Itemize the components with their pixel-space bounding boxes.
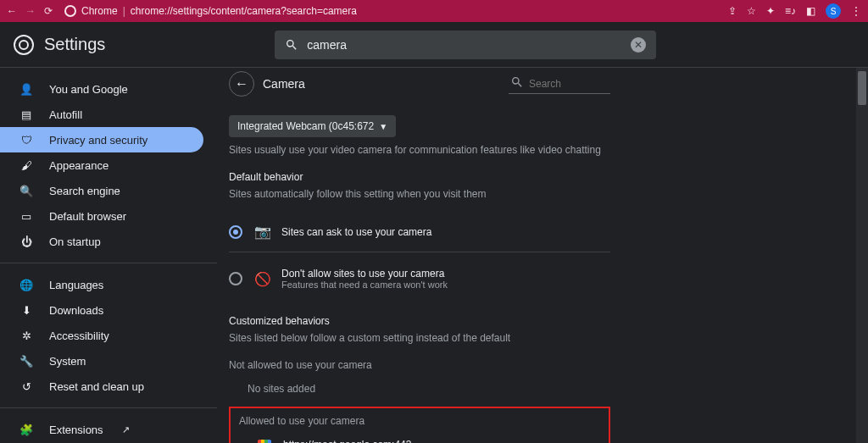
external-link-icon: ↗ bbox=[122, 424, 130, 435]
page-search-input[interactable] bbox=[529, 78, 597, 90]
separator: | bbox=[123, 5, 125, 17]
sidebar-divider bbox=[0, 407, 217, 408]
sidebar-item-system[interactable]: 🔧System bbox=[0, 348, 203, 374]
sidebar-item-default-browser[interactable]: ▭Default browser bbox=[0, 203, 203, 229]
page-title: Camera bbox=[263, 77, 305, 91]
back-icon[interactable]: ← bbox=[7, 5, 17, 17]
camera-icon: 📷 bbox=[254, 224, 270, 240]
browser-titlebar: ← → ⟳ Chrome | chrome://settings/content… bbox=[0, 0, 868, 22]
scrollbar-thumb[interactable] bbox=[858, 71, 866, 105]
default-behavior-help: Sites automatically follow this setting … bbox=[229, 188, 610, 200]
browser-name: Chrome bbox=[81, 5, 118, 17]
browser-icon: ▭ bbox=[19, 210, 34, 223]
accessibility-icon: ✲ bbox=[19, 329, 34, 342]
radio-button[interactable] bbox=[229, 272, 242, 285]
person-icon: 👤 bbox=[19, 83, 34, 96]
sidebar-item-you-and-google[interactable]: 👤You and Google bbox=[0, 76, 203, 102]
sidebar-item-languages[interactable]: 🌐Languages bbox=[0, 272, 203, 297]
divider bbox=[229, 252, 610, 252]
camera-off-icon: 🚫 bbox=[254, 271, 270, 287]
settings-sidebar: 👤You and Google ▤Autofill 🛡Privacy and s… bbox=[0, 68, 217, 443]
sidebar-item-accessibility[interactable]: ✲Accessibility bbox=[0, 323, 203, 348]
allowed-highlight-box: Allowed to use your camera https://meet.… bbox=[229, 407, 610, 443]
chrome-logo-icon bbox=[64, 5, 76, 17]
sidebar-item-downloads[interactable]: ⬇Downloads bbox=[0, 297, 203, 323]
allowed-site-row[interactable]: https://meet.google.com:443 bbox=[239, 439, 600, 443]
autofill-icon: ▤ bbox=[19, 108, 34, 121]
search-input[interactable] bbox=[307, 38, 631, 52]
reset-icon: ↺ bbox=[19, 380, 34, 393]
site-url: https://meet.google.com:443 bbox=[283, 439, 411, 443]
clear-search-icon[interactable]: ✕ bbox=[631, 37, 646, 53]
device-help-text: Sites usually use your video camera for … bbox=[229, 144, 610, 156]
sidebar-divider bbox=[0, 263, 217, 263]
panel-icon[interactable]: ◧ bbox=[806, 5, 815, 17]
menu-dots-icon[interactable]: ⋮ bbox=[851, 5, 861, 17]
address-bar[interactable]: chrome://settings/content/camera?search=… bbox=[131, 5, 357, 17]
chevron-down-icon: ▼ bbox=[379, 122, 387, 131]
search-icon: 🔍 bbox=[19, 185, 34, 197]
settings-title: Settings bbox=[44, 35, 105, 54]
brush-icon: 🖌 bbox=[19, 159, 34, 172]
back-button[interactable]: ← bbox=[229, 71, 254, 97]
sidebar-item-autofill[interactable]: ▤Autofill bbox=[0, 102, 203, 127]
page-search[interactable] bbox=[509, 74, 610, 94]
settings-search[interactable]: ✕ bbox=[275, 30, 656, 59]
sidebar-item-search-engine[interactable]: 🔍Search engine bbox=[0, 178, 203, 203]
sidebar-item-appearance[interactable]: 🖌Appearance bbox=[0, 152, 203, 178]
sidebar-item-reset[interactable]: ↺Reset and clean up bbox=[0, 374, 203, 399]
share-icon[interactable]: ⇪ bbox=[728, 5, 737, 17]
profile-avatar[interactable]: S bbox=[826, 3, 841, 19]
sidebar-item-privacy-security[interactable]: 🛡Privacy and security bbox=[0, 127, 203, 152]
default-behavior-title: Default behavior bbox=[229, 171, 610, 183]
power-icon: ⏻ bbox=[19, 235, 34, 248]
customized-help: Sites listed below follow a custom setti… bbox=[229, 332, 610, 344]
extensions-puzzle-icon[interactable]: ✦ bbox=[766, 5, 775, 17]
radio-dont-allow[interactable]: 🚫 Don't allow sites to use your camera F… bbox=[229, 259, 610, 298]
settings-content: ← Camera Integrated Webcam (0c45:672 ▼ S… bbox=[217, 68, 868, 443]
not-allowed-title: Not allowed to use your camera bbox=[229, 359, 610, 371]
radio-sites-can-ask[interactable]: 📷 Sites can ask to use your camera bbox=[229, 215, 610, 248]
media-icon[interactable]: ≡♪ bbox=[785, 5, 796, 17]
radio-button-checked[interactable] bbox=[229, 225, 242, 239]
customized-title: Customized behaviors bbox=[229, 315, 610, 327]
reload-icon[interactable]: ⟳ bbox=[44, 5, 53, 17]
sidebar-item-on-startup[interactable]: ⏻On startup bbox=[0, 229, 203, 254]
puzzle-icon: 🧩 bbox=[19, 424, 34, 436]
bookmark-icon[interactable]: ☆ bbox=[747, 5, 756, 17]
shield-icon: 🛡 bbox=[19, 134, 34, 147]
no-sites-text: No sites added bbox=[248, 383, 610, 395]
allowed-title: Allowed to use your camera bbox=[239, 415, 600, 427]
download-icon: ⬇ bbox=[19, 304, 34, 317]
sidebar-item-extensions[interactable]: 🧩Extensions↗ bbox=[0, 417, 203, 442]
wrench-icon: 🔧 bbox=[19, 355, 34, 368]
forward-icon[interactable]: → bbox=[25, 5, 36, 17]
search-icon bbox=[510, 75, 524, 91]
globe-icon: 🌐 bbox=[19, 279, 34, 291]
camera-device-dropdown[interactable]: Integrated Webcam (0c45:672 ▼ bbox=[229, 115, 396, 137]
settings-header: Settings ✕ bbox=[0, 22, 868, 68]
google-meet-icon bbox=[258, 440, 271, 443]
scrollbar[interactable] bbox=[856, 68, 868, 443]
search-icon bbox=[285, 38, 298, 52]
settings-logo-icon bbox=[14, 35, 34, 55]
